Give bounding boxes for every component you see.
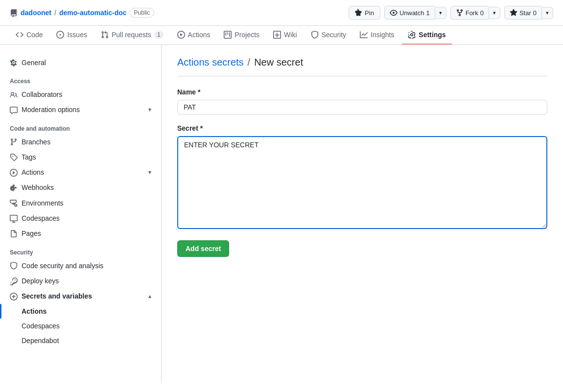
sidebar-sub-codespaces[interactable]: Codespaces bbox=[0, 319, 161, 333]
code-automation-label: Code and automation bbox=[0, 117, 161, 134]
key-icon bbox=[10, 277, 18, 285]
name-form-group: Name * bbox=[177, 88, 547, 115]
star-dropdown[interactable]: ▾ bbox=[541, 7, 553, 19]
sidebar-item-pages[interactable]: Pages bbox=[0, 226, 161, 241]
sidebar-tags-label: Tags bbox=[22, 153, 36, 161]
breadcrumb-current: New secret bbox=[254, 57, 303, 68]
star-button-group: Star 0 ▾ bbox=[504, 6, 553, 20]
tab-code[interactable]: Code bbox=[10, 26, 48, 45]
top-header: dadoonet / demo-automatic-doc Public Pin… bbox=[0, 0, 563, 26]
server-icon bbox=[10, 199, 18, 207]
sidebar-sub-dependabot[interactable]: Dependabot bbox=[0, 333, 161, 348]
sidebar: General Access Collaborators Moderation … bbox=[0, 45, 162, 383]
fork-button-group: Fork 0 ▾ bbox=[450, 6, 500, 20]
main-layout: General Access Collaborators Moderation … bbox=[0, 45, 563, 383]
star-count: 0 bbox=[533, 9, 537, 17]
sidebar-item-code-security[interactable]: Code security and analysis bbox=[0, 258, 161, 273]
tab-pull-requests[interactable]: Pull requests 1 bbox=[95, 26, 169, 45]
sidebar-item-branches[interactable]: Branches bbox=[0, 134, 161, 149]
sidebar-item-deploy-keys[interactable]: Deploy keys bbox=[0, 273, 161, 288]
tab-issues-label: Issues bbox=[67, 31, 87, 39]
sidebar-actions-label: Actions bbox=[22, 168, 44, 176]
tab-code-label: Code bbox=[26, 31, 43, 39]
sidebar-moderation-label: Moderation options bbox=[22, 106, 80, 114]
main-content: Actions secrets / New secret Name * Secr… bbox=[162, 45, 563, 383]
tab-projects[interactable]: Projects bbox=[218, 26, 265, 45]
play-icon bbox=[10, 168, 18, 176]
tab-wiki-label: Wiki bbox=[284, 31, 297, 39]
repo-owner[interactable]: dadoonet bbox=[21, 9, 51, 17]
tab-pull-requests-label: Pull requests bbox=[112, 31, 151, 39]
breadcrumb-sep: / bbox=[248, 57, 251, 68]
fork-count: 0 bbox=[480, 9, 484, 17]
repo-name[interactable]: demo-automatic-doc bbox=[59, 9, 127, 17]
sidebar-sub-actions-label: Actions bbox=[22, 307, 47, 315]
tab-settings-label: Settings bbox=[419, 31, 446, 39]
gear-icon bbox=[10, 58, 18, 67]
sidebar-item-moderation[interactable]: Moderation options ▾ bbox=[0, 102, 161, 117]
codespaces-icon bbox=[10, 214, 18, 222]
tab-settings[interactable]: Settings bbox=[402, 26, 451, 45]
name-input[interactable] bbox=[177, 100, 547, 115]
secret-textarea[interactable]: ENTER YOUR SECRET bbox=[177, 136, 547, 229]
security-section-label: Security bbox=[0, 241, 161, 258]
sidebar-item-general[interactable]: General bbox=[0, 55, 161, 70]
sidebar-item-codespaces[interactable]: Codespaces bbox=[0, 210, 161, 226]
sidebar-environments-label: Environments bbox=[22, 199, 64, 207]
sidebar-item-collaborators[interactable]: Collaborators bbox=[0, 87, 161, 102]
comment-icon bbox=[10, 106, 18, 114]
page-header: Actions secrets / New secret bbox=[177, 57, 547, 76]
sidebar-sub-codespaces-label: Codespaces bbox=[22, 322, 60, 330]
sidebar-item-webhooks[interactable]: Webhooks bbox=[0, 180, 161, 195]
sidebar-sub-dependabot-label: Dependabot bbox=[22, 337, 59, 345]
pin-button[interactable]: Pin bbox=[349, 6, 380, 20]
tab-wiki[interactable]: Wiki bbox=[267, 26, 303, 45]
star-label: Star bbox=[519, 9, 531, 17]
sidebar-item-actions[interactable]: Actions ▾ bbox=[0, 164, 161, 180]
sidebar-collaborators-label: Collaborators bbox=[22, 91, 62, 98]
pull-requests-badge: 1 bbox=[154, 31, 164, 39]
tab-insights[interactable]: Insights bbox=[354, 26, 400, 45]
unwatch-button-group: Unwatch 1 ▾ bbox=[384, 6, 446, 20]
sidebar-item-tags[interactable]: Tags bbox=[0, 149, 161, 164]
fork-dropdown[interactable]: ▾ bbox=[489, 7, 500, 19]
access-section-label: Access bbox=[0, 70, 161, 87]
breadcrumb-link[interactable]: Actions secrets bbox=[177, 57, 244, 68]
actions-chevron: ▾ bbox=[148, 169, 151, 176]
repo-separator: / bbox=[54, 9, 56, 17]
tab-security-label: Security bbox=[322, 31, 347, 39]
sidebar-branches-label: Branches bbox=[22, 138, 50, 146]
sidebar-webhooks-label: Webhooks bbox=[22, 184, 54, 191]
fork-button[interactable]: Fork 0 bbox=[450, 6, 489, 20]
add-secret-button[interactable]: Add secret bbox=[177, 240, 229, 257]
sidebar-deploy-keys-label: Deploy keys bbox=[22, 277, 59, 285]
tag-icon bbox=[10, 153, 18, 161]
sidebar-general-label: General bbox=[22, 59, 46, 67]
sidebar-item-environments[interactable]: Environments bbox=[0, 195, 161, 210]
tab-security[interactable]: Security bbox=[305, 26, 352, 45]
unwatch-dropdown[interactable]: ▾ bbox=[435, 7, 446, 19]
star-button[interactable]: Star 0 bbox=[504, 6, 541, 20]
plus-circle-icon bbox=[10, 292, 18, 300]
tab-projects-label: Projects bbox=[235, 31, 259, 39]
tab-actions[interactable]: Actions bbox=[171, 26, 216, 45]
unwatch-label: Unwatch bbox=[399, 9, 424, 17]
secret-form-group: Secret * ENTER YOUR SECRET bbox=[177, 124, 547, 231]
nav-tabs: Code Issues Pull requests 1 Actions Proj… bbox=[0, 26, 563, 45]
public-badge: Public bbox=[130, 8, 155, 18]
sidebar-code-security-label: Code security and analysis bbox=[22, 262, 103, 270]
sidebar-pages-label: Pages bbox=[22, 230, 41, 237]
pages-icon bbox=[10, 230, 18, 238]
header-actions: Pin Unwatch 1 ▾ Fork 0 ▾ Star 0 ▾ bbox=[349, 6, 553, 20]
branch-icon bbox=[10, 138, 18, 146]
sidebar-sub-actions[interactable]: Actions bbox=[0, 304, 161, 319]
repo-icon bbox=[10, 8, 18, 17]
pin-label: Pin bbox=[365, 9, 374, 17]
sidebar-item-secrets-variables[interactable]: Secrets and variables ▴ bbox=[0, 289, 161, 304]
tab-actions-label: Actions bbox=[188, 31, 211, 39]
unwatch-button[interactable]: Unwatch 1 bbox=[384, 6, 435, 20]
unwatch-count: 1 bbox=[426, 9, 429, 17]
tab-issues[interactable]: Issues bbox=[50, 26, 93, 45]
repo-info: dadoonet / demo-automatic-doc Public bbox=[10, 8, 154, 18]
people-icon bbox=[10, 90, 18, 98]
